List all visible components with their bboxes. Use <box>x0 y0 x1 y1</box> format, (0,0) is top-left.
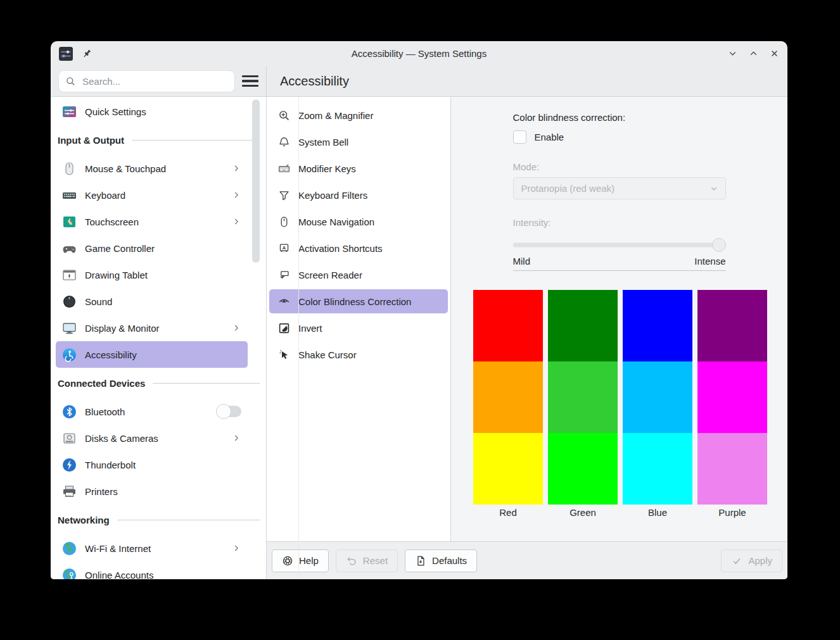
subcategory-item[interactable]: A Activation Shortcuts <box>269 236 448 260</box>
section-divider <box>153 383 260 384</box>
subcategory-item-label: Screen Reader <box>298 270 362 280</box>
sidebar-item-label: Disks & Cameras <box>85 433 158 444</box>
sidebar-item-label: Drawing Tablet <box>85 270 148 280</box>
subcategory-item[interactable]: Keyboard Filters <box>269 183 448 207</box>
sidebar-item-label: Accessibility <box>85 349 137 360</box>
defaults-icon <box>415 555 426 567</box>
sidebar-item[interactable]: Mouse & Touchpad <box>56 155 248 182</box>
subcategory-item[interactable]: Screen Reader <box>269 263 448 287</box>
hamburger-menu-button[interactable] <box>242 75 258 87</box>
enable-checkbox[interactable] <box>513 130 526 144</box>
maximize-button[interactable] <box>748 48 759 59</box>
color-column-label: Green <box>548 507 618 518</box>
reset-button[interactable]: Reset <box>336 549 398 572</box>
shake-cursor-icon <box>278 349 290 361</box>
color-swatch <box>548 290 618 361</box>
window-content: Quick Settings Input & Output Mouse & To… <box>51 97 787 579</box>
subcategory-item-label: Mouse Navigation <box>298 216 374 227</box>
color-swatch <box>623 433 692 505</box>
sidebar-item[interactable]: Touchscreen <box>56 208 248 235</box>
eye-icon <box>278 296 290 308</box>
subcategory-item-label: Keyboard Filters <box>298 190 367 201</box>
titlebar[interactable]: Accessibility — System Settings <box>51 41 787 66</box>
color-column-label: Blue <box>623 507 692 518</box>
mode-label: Mode: <box>513 161 726 172</box>
subcategory-item[interactable]: Modifier Keys <box>269 156 448 180</box>
subcategory-item[interactable]: System Bell <box>269 130 448 154</box>
sidebar-item[interactable]: Quick Settings <box>56 98 248 125</box>
subcategory-item[interactable]: Invert <box>269 316 448 340</box>
accessibility-icon <box>62 348 77 362</box>
sidebar-item-label: Display & Monitor <box>85 323 160 334</box>
sidebar-item[interactable]: Thunderbolt <box>56 451 248 478</box>
sidebar-item[interactable]: Keyboard <box>56 182 248 208</box>
pin-icon[interactable] <box>81 48 92 60</box>
bluetooth-toggle[interactable] <box>217 406 241 417</box>
color-column-blue: Blue <box>623 290 692 518</box>
subcategory-item-label: Shake Cursor <box>298 349 357 360</box>
search-input[interactable] <box>81 75 228 87</box>
sidebar-item[interactable]: Game Controller <box>56 235 248 261</box>
sound-icon <box>62 294 77 309</box>
sidebar-item-label: Sound <box>85 296 112 307</box>
sidebar-item[interactable]: Wi-Fi & Internet <box>56 535 248 562</box>
sidebar-item[interactable]: Printers <box>56 478 248 505</box>
help-icon <box>282 555 293 567</box>
search-field[interactable] <box>58 70 235 92</box>
sidebar-item[interactable]: Drawing Tablet <box>56 261 248 288</box>
sidebar: Quick Settings Input & Output Mouse & To… <box>51 97 267 579</box>
slider-track[interactable] <box>513 243 726 248</box>
thunderbolt-icon <box>62 458 77 472</box>
sidebar-item-label: Printers <box>85 486 118 497</box>
subcategory-item-label: System Bell <box>298 137 348 147</box>
intensity-slider-handle[interactable] <box>712 238 726 252</box>
sidebar-section-header: Input & Output <box>51 125 266 155</box>
help-button[interactable]: Help <box>272 549 329 572</box>
subcategory-item-label: Color Blindness Correction <box>298 296 411 307</box>
color-swatch <box>473 290 543 361</box>
online-accounts-icon <box>62 568 77 580</box>
minimize-button[interactable] <box>727 48 738 59</box>
header-search-area <box>51 66 267 96</box>
form-separator <box>513 270 726 271</box>
sidebar-item[interactable]: Accessibility <box>56 341 248 368</box>
search-icon <box>65 76 76 87</box>
sidebar-section-header: Networking <box>51 505 266 535</box>
swatch-stack <box>623 290 692 505</box>
defaults-button[interactable]: Defaults <box>405 549 477 572</box>
sidebar-item[interactable]: Disks & Cameras <box>56 425 248 451</box>
color-column-label: Red <box>473 507 543 518</box>
toggle-knob <box>216 404 231 419</box>
swatch-stack <box>697 290 767 505</box>
swatch-stack <box>473 290 543 505</box>
drawing-tablet-icon <box>62 268 77 282</box>
apply-button[interactable]: Apply <box>721 549 782 572</box>
zoom-magnifier-icon <box>278 110 290 122</box>
color-swatch <box>548 433 618 505</box>
correction-label: Color blindness correction: <box>513 112 726 123</box>
sidebar-item[interactable]: Sound <box>56 288 248 315</box>
invert-icon <box>278 322 290 334</box>
color-swatch <box>697 361 767 433</box>
sidebar-item-label: Wi-Fi & Internet <box>85 543 151 554</box>
sidebar-item[interactable]: Display & Monitor <box>56 315 248 341</box>
sidebar-item-label: Bluetooth <box>85 406 125 417</box>
intensity-slider[interactable] <box>513 238 726 252</box>
enable-label[interactable]: Enable <box>535 132 564 142</box>
sidebar-scrollbar[interactable] <box>252 99 260 263</box>
subcategory-item[interactable]: Color Blindness Correction <box>269 289 448 313</box>
sidebar-item[interactable]: Bluetooth <box>56 398 248 425</box>
printers-icon <box>62 484 77 499</box>
subcategory-item[interactable]: Mouse Navigation <box>269 210 448 234</box>
page-title: Accessibility <box>267 66 349 96</box>
touchscreen-icon <box>62 215 77 229</box>
swatch-stack <box>548 290 618 505</box>
sidebar-item[interactable]: Online Accounts <box>56 562 248 579</box>
chevron-right-icon <box>231 216 241 227</box>
mode-dropdown[interactable]: Protanopia (red weak) <box>513 177 726 199</box>
color-column-green: Green <box>548 290 618 518</box>
subcategory-item[interactable]: Shake Cursor <box>269 342 448 367</box>
close-button[interactable] <box>769 48 780 59</box>
subcategory-item[interactable]: Zoom & Magnifier <box>269 103 448 127</box>
mode-dropdown-value: Protanopia (red weak) <box>521 183 709 194</box>
